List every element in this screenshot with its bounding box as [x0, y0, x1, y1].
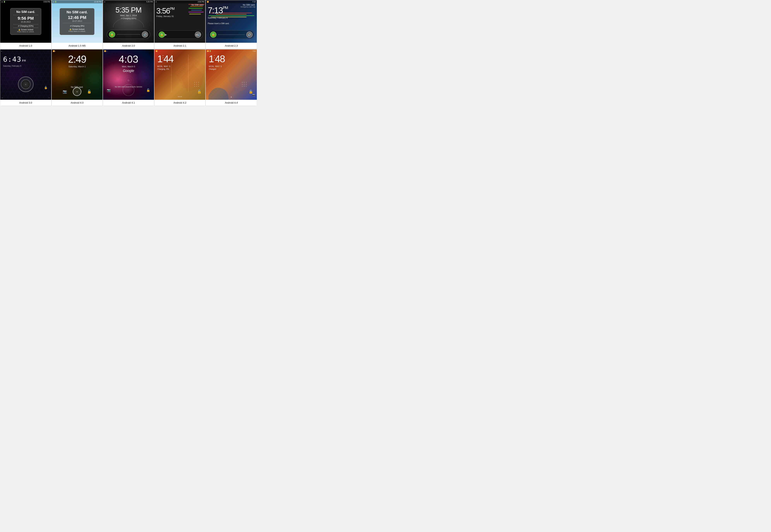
lock-button-3[interactable]: 🔒	[109, 31, 115, 38]
status-bar-1: ▪▪▪ 🔋 9:56 PM	[0, 0, 51, 3]
label-android40: Android 4.0	[52, 100, 103, 106]
arc-decoration-3	[113, 18, 144, 27]
status-time-2: 12:46 PM	[94, 1, 102, 3]
date-display-3: Wed, Jan 1, 2014	[120, 14, 137, 17]
bar-blue-4	[191, 10, 202, 10]
volume-button-3[interactable]: 🔊	[142, 31, 148, 38]
time-min-10: 48	[215, 54, 225, 64]
unlock-slider-7[interactable]: 📷 ○ 🔓	[63, 87, 91, 96]
status-icons-left-9: 📶	[155, 50, 157, 52]
locked-status-1: 🔒 Screen locked Press Menu to unlock.	[13, 29, 38, 33]
emergency-text-5: Emergency calls only	[241, 6, 255, 8]
time-display-7: 2:49	[68, 53, 86, 65]
lock-button-5[interactable]: 🔒	[210, 32, 217, 38]
press-menu-text-1: Press Menu to unlock.	[13, 31, 38, 33]
unlock-slider-4[interactable]: 🔒 ▶ ◀ 🔊	[157, 30, 203, 39]
charging-text-1: Charging (63%)	[20, 25, 33, 27]
lock-icon-7[interactable]: 🔓	[87, 90, 91, 94]
unlock-ring-inner-6[interactable]: ●	[21, 79, 31, 89]
label-android23: Android 2.3	[206, 43, 257, 49]
status-bar-3: ▪▪ 5:35 PM	[103, 0, 154, 3]
unlock-ring-6[interactable]: ●	[18, 77, 33, 92]
status-bottom-6: ● ▪▪	[0, 97, 51, 99]
status-icons-left-6: ▪	[1, 50, 2, 52]
lock-icon-10: 🔓	[249, 90, 253, 94]
status-bar-6: ▪	[0, 49, 51, 53]
date-display-8: Wed, March 5	[122, 65, 135, 68]
charging-icon-1: ↺	[18, 25, 19, 27]
time-display-3: 5:35 PM	[115, 6, 142, 14]
unlock-slider-5[interactable]: 🔒 🔊	[209, 30, 254, 39]
dots-pattern-42	[193, 80, 203, 90]
charging-status-1: ↺ Charging (63%)	[13, 24, 38, 28]
signal-icon-1: ▪▪▪	[1, 1, 3, 3]
wifi-icon-5: 📶	[207, 1, 209, 3]
date-display-1: 10-26-2013	[13, 21, 38, 23]
time-suffix-6: PM	[22, 59, 26, 62]
screen-android44: 📶 🔋 7:13 1:48 MON, MAY 5 Charged 🔓 📷 ▲	[206, 49, 257, 100]
unlock-ring-7[interactable]: ○	[73, 87, 81, 96]
camera-icon-7[interactable]: 📷	[63, 90, 67, 94]
status-icons-left-8: 📶 ▪	[104, 50, 107, 52]
svg-point-22	[246, 84, 247, 85]
svg-point-7	[196, 82, 197, 83]
camera-icon-10[interactable]: 📷	[252, 94, 255, 96]
charging-text-2: Charging (9%)	[72, 25, 84, 27]
camera-icon-8[interactable]: 📷	[107, 88, 111, 92]
locked-text-2: Screen locked.	[72, 28, 85, 30]
wave-decoration-10	[206, 80, 231, 100]
main-grid: ▪▪▪ 🔋 9:56 PM No SIM card. 9:56 PM 10-26…	[0, 0, 257, 106]
bar-green-4	[188, 8, 203, 9]
lock-button-4[interactable]: 🔒	[159, 32, 165, 38]
dots-row-9	[178, 96, 182, 97]
unlock-ring-8[interactable]	[123, 84, 134, 96]
bar-yellow-4	[189, 14, 201, 14]
phone-android40: 📶 ▪ 2:49 Saturday, March 1 No SIM card. …	[51, 49, 103, 106]
bottom-controls-8[interactable]: 📷 🔓	[103, 84, 154, 96]
unlock-slider-3[interactable]: 🔒 🔊	[107, 30, 150, 39]
date-display-2: 10-27-2013	[62, 20, 91, 23]
charging-icon-2: ↺	[70, 25, 71, 27]
volume-button-5[interactable]: 🔊	[246, 32, 253, 38]
locked-text-1: Screen locked	[21, 29, 33, 31]
time-display-6: 6:43PM	[3, 55, 26, 63]
svg-point-18	[244, 82, 245, 83]
signal-icon-4: ▪▪	[155, 1, 157, 3]
signal-icon-7: ▪	[55, 50, 56, 52]
date-display-10: MON, MAY 5	[209, 65, 222, 67]
wifi-icon-8: 📶	[104, 50, 106, 52]
bokeh-blue-8	[135, 69, 150, 84]
label-android42: Android 4.2	[154, 100, 206, 106]
nosim-text-4: No SIM card.	[191, 4, 204, 6]
signal-icon-8: ▪	[106, 50, 107, 52]
nosim-text-2: No SIM card.	[62, 10, 91, 14]
up-arrow-10: ▲	[230, 96, 232, 98]
volume-button-4[interactable]: ◀ 🔊	[195, 32, 201, 38]
status-bar-4: ▪▪ 3:56 PM	[154, 0, 206, 3]
date-display-5: Saturday, February 8	[208, 17, 228, 19]
sim-message-5: Please insert a SIM card.	[208, 22, 229, 25]
google-label-8: Google	[123, 69, 134, 73]
screen-android10: ▪▪▪ 🔋 9:56 PM No SIM card. 9:56 PM 10-26…	[0, 0, 51, 43]
status-icons-left-1: ▪▪▪ 🔋	[1, 1, 5, 3]
phone-android10: ▪▪▪ 🔋 9:56 PM No SIM card. 9:56 PM 10-26…	[0, 0, 51, 49]
dots-pattern-44	[240, 80, 250, 90]
time-main-5: 7:13	[208, 6, 223, 15]
status-icons-left-2: ▪▪▪ 🔋	[53, 1, 57, 3]
screen-android23: 📶 7:13 No SIM card. Emergency calls only…	[206, 0, 257, 43]
svg-point-24	[244, 86, 245, 87]
label-android10: Android 1.0	[0, 43, 51, 49]
status-bar-7: 📶 ▪	[52, 49, 103, 53]
lock-icon-8[interactable]: 🔓	[146, 88, 150, 92]
status-time-4: 3:56 PM	[198, 1, 205, 3]
wifi-icon-9: 📶	[155, 50, 157, 52]
bokeh-green-7	[85, 69, 102, 88]
svg-point-8	[198, 82, 199, 83]
lock-icon-9: 🔓	[197, 90, 202, 94]
time-display-2: 12:46 PM	[62, 15, 91, 20]
separator-right-9	[188, 55, 188, 92]
arrow-right-4: ▶	[165, 33, 167, 36]
lock-widget-2: No SIM card. 12:46 PM 10-27-2013 ↺ Charg…	[60, 8, 94, 35]
status-icons-left-3: ▪▪	[104, 1, 105, 3]
battery-icon-1: 🔋	[3, 1, 5, 3]
